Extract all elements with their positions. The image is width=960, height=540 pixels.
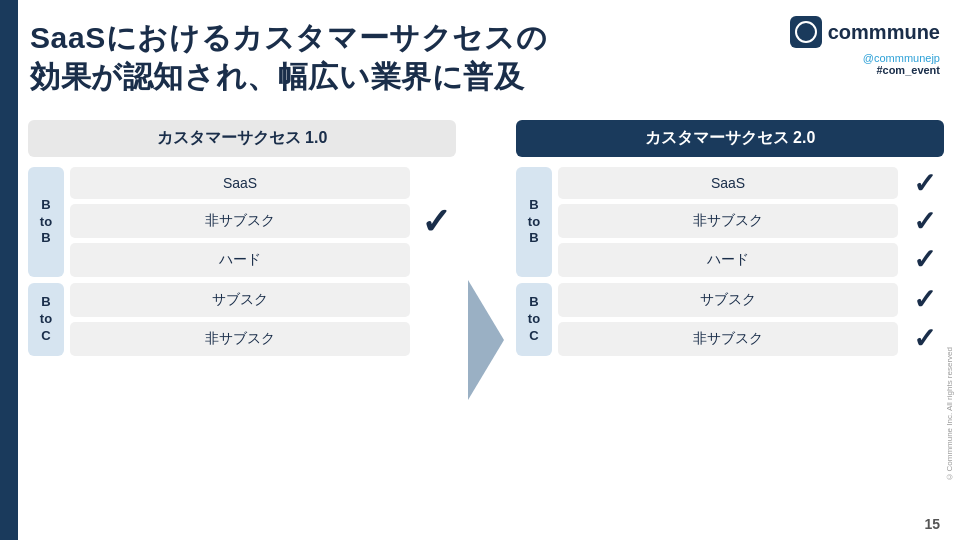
left-rows: B to B SaaS 非サブスク ハード ✓ B [28, 167, 456, 520]
right-panel-header: カスタマーサクセス 2.0 [516, 120, 944, 157]
right-btoc-label-text: B to C [528, 294, 540, 345]
left-btob-check-1: ✓ [421, 204, 451, 240]
right-btob-label-text: B to B [528, 197, 540, 248]
right-btoc-check-2: ✓ [913, 325, 936, 353]
right-btoc-label: B to C [516, 283, 552, 356]
right-btoc-item-sub: サブスク [558, 283, 898, 317]
left-btob-item-saas: SaaS [70, 167, 410, 199]
right-btob-item-saas: SaaS [558, 167, 898, 199]
right-btob-item-nonsub: 非サブスク [558, 204, 898, 238]
left-btob-label-text: B to B [40, 197, 52, 248]
right-btob-group: B to B SaaS 非サブスク ハード ✓ ✓ ✓ [516, 167, 944, 277]
right-panel: カスタマーサクセス 2.0 B to B SaaS 非サブスク ハード [516, 120, 944, 520]
left-btoc-checks [416, 283, 456, 356]
left-btoc-item-sub: サブスク [70, 283, 410, 317]
right-btoc-group: B to C サブスク 非サブスク ✓ ✓ [516, 283, 944, 356]
left-btoc-label: B to C [28, 283, 64, 356]
page-number: 15 [924, 516, 940, 532]
left-btob-item-hard: ハード [70, 243, 410, 277]
right-btoc-item-nonsub: 非サブスク [558, 322, 898, 356]
content-area: カスタマーサクセス 1.0 B to B SaaS 非サブスク ハード [28, 120, 944, 520]
left-btob-group: B to B SaaS 非サブスク ハード ✓ [28, 167, 456, 277]
left-btob-item-nonsub: 非サブスク [70, 204, 410, 238]
left-btoc-item-nonsub: 非サブスク [70, 322, 410, 356]
right-btob-check-1: ✓ [913, 170, 936, 198]
left-panel: カスタマーサクセス 1.0 B to B SaaS 非サブスク ハード [28, 120, 456, 520]
page-title: SaaSにおけるカスタマーサクセスの 効果が認知され、幅広い業界に普及 [30, 18, 960, 96]
right-btob-items: SaaS 非サブスク ハード [558, 167, 898, 277]
right-btob-item-hard: ハード [558, 243, 898, 277]
arrow-shape [468, 280, 504, 400]
copyright: ©Commmune Inc. All rights reserved [945, 347, 954, 481]
right-btoc-check-1: ✓ [913, 286, 936, 314]
right-btoc-checks: ✓ ✓ [904, 283, 944, 356]
right-btob-check-3: ✓ [913, 246, 936, 274]
right-rows: B to B SaaS 非サブスク ハード ✓ ✓ ✓ [516, 167, 944, 520]
left-accent-bar [0, 0, 18, 540]
right-btob-check-2: ✓ [913, 208, 936, 236]
left-btob-items: SaaS 非サブスク ハード [70, 167, 410, 277]
left-panel-header: カスタマーサクセス 1.0 [28, 120, 456, 157]
left-btoc-items: サブスク 非サブスク [70, 283, 410, 356]
left-btob-checks: ✓ [416, 167, 456, 277]
arrow-divider [466, 120, 506, 520]
left-btob-label: B to B [28, 167, 64, 277]
right-btob-label: B to B [516, 167, 552, 277]
title-section: SaaSにおけるカスタマーサクセスの 効果が認知され、幅広い業界に普及 [30, 18, 960, 96]
right-btob-checks: ✓ ✓ ✓ [904, 167, 944, 277]
left-btoc-group: B to C サブスク 非サブスク [28, 283, 456, 356]
right-btoc-items: サブスク 非サブスク [558, 283, 898, 356]
left-btoc-label-text: B to C [40, 294, 52, 345]
